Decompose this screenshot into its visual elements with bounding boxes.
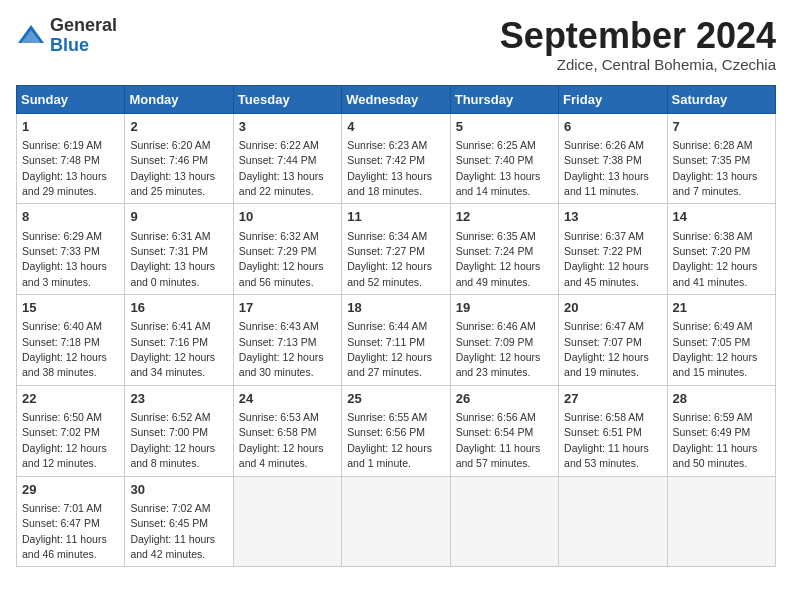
day-detail: Sunrise: 6:40 AM Sunset: 7:18 PM Dayligh… — [22, 320, 107, 378]
day-number: 15 — [22, 299, 119, 317]
day-detail: Sunrise: 6:26 AM Sunset: 7:38 PM Dayligh… — [564, 139, 649, 197]
day-detail: Sunrise: 6:38 AM Sunset: 7:20 PM Dayligh… — [673, 230, 758, 288]
day-detail: Sunrise: 6:43 AM Sunset: 7:13 PM Dayligh… — [239, 320, 324, 378]
day-number: 20 — [564, 299, 661, 317]
day-detail: Sunrise: 6:29 AM Sunset: 7:33 PM Dayligh… — [22, 230, 107, 288]
day-detail: Sunrise: 6:19 AM Sunset: 7:48 PM Dayligh… — [22, 139, 107, 197]
calendar-cell: 15Sunrise: 6:40 AM Sunset: 7:18 PM Dayli… — [17, 295, 125, 386]
calendar-table: SundayMondayTuesdayWednesdayThursdayFrid… — [16, 85, 776, 568]
header: General Blue September 2024 Zdice, Centr… — [16, 16, 776, 73]
calendar-cell — [342, 476, 450, 567]
calendar-cell: 7Sunrise: 6:28 AM Sunset: 7:35 PM Daylig… — [667, 113, 775, 204]
week-row: 22Sunrise: 6:50 AM Sunset: 7:02 PM Dayli… — [17, 385, 776, 476]
calendar-cell: 8Sunrise: 6:29 AM Sunset: 7:33 PM Daylig… — [17, 204, 125, 295]
day-number: 1 — [22, 118, 119, 136]
day-number: 25 — [347, 390, 444, 408]
day-number: 5 — [456, 118, 553, 136]
day-detail: Sunrise: 6:46 AM Sunset: 7:09 PM Dayligh… — [456, 320, 541, 378]
day-header-sunday: Sunday — [17, 85, 125, 113]
calendar-cell: 24Sunrise: 6:53 AM Sunset: 6:58 PM Dayli… — [233, 385, 341, 476]
calendar-cell — [559, 476, 667, 567]
day-number: 17 — [239, 299, 336, 317]
day-header-tuesday: Tuesday — [233, 85, 341, 113]
day-detail: Sunrise: 6:55 AM Sunset: 6:56 PM Dayligh… — [347, 411, 432, 469]
calendar-cell — [233, 476, 341, 567]
day-detail: Sunrise: 6:50 AM Sunset: 7:02 PM Dayligh… — [22, 411, 107, 469]
day-number: 23 — [130, 390, 227, 408]
day-header-monday: Monday — [125, 85, 233, 113]
week-row: 1Sunrise: 6:19 AM Sunset: 7:48 PM Daylig… — [17, 113, 776, 204]
calendar-cell: 21Sunrise: 6:49 AM Sunset: 7:05 PM Dayli… — [667, 295, 775, 386]
day-detail: Sunrise: 6:59 AM Sunset: 6:49 PM Dayligh… — [673, 411, 758, 469]
calendar-cell: 28Sunrise: 6:59 AM Sunset: 6:49 PM Dayli… — [667, 385, 775, 476]
calendar-cell: 3Sunrise: 6:22 AM Sunset: 7:44 PM Daylig… — [233, 113, 341, 204]
day-detail: Sunrise: 6:20 AM Sunset: 7:46 PM Dayligh… — [130, 139, 215, 197]
day-detail: Sunrise: 6:44 AM Sunset: 7:11 PM Dayligh… — [347, 320, 432, 378]
day-detail: Sunrise: 6:22 AM Sunset: 7:44 PM Dayligh… — [239, 139, 324, 197]
logo-line1: General — [50, 16, 117, 36]
logo-icon — [16, 21, 46, 51]
day-detail: Sunrise: 6:49 AM Sunset: 7:05 PM Dayligh… — [673, 320, 758, 378]
logo-text: General Blue — [50, 16, 117, 56]
calendar-header: SundayMondayTuesdayWednesdayThursdayFrid… — [17, 85, 776, 113]
day-detail: Sunrise: 6:23 AM Sunset: 7:42 PM Dayligh… — [347, 139, 432, 197]
calendar-body: 1Sunrise: 6:19 AM Sunset: 7:48 PM Daylig… — [17, 113, 776, 567]
day-number: 10 — [239, 208, 336, 226]
day-header-saturday: Saturday — [667, 85, 775, 113]
day-number: 28 — [673, 390, 770, 408]
logo: General Blue — [16, 16, 117, 56]
day-number: 8 — [22, 208, 119, 226]
day-header-wednesday: Wednesday — [342, 85, 450, 113]
calendar-cell: 6Sunrise: 6:26 AM Sunset: 7:38 PM Daylig… — [559, 113, 667, 204]
calendar-cell: 1Sunrise: 6:19 AM Sunset: 7:48 PM Daylig… — [17, 113, 125, 204]
day-number: 30 — [130, 481, 227, 499]
day-detail: Sunrise: 6:37 AM Sunset: 7:22 PM Dayligh… — [564, 230, 649, 288]
day-number: 7 — [673, 118, 770, 136]
calendar-cell: 11Sunrise: 6:34 AM Sunset: 7:27 PM Dayli… — [342, 204, 450, 295]
header-row: SundayMondayTuesdayWednesdayThursdayFrid… — [17, 85, 776, 113]
calendar-cell: 17Sunrise: 6:43 AM Sunset: 7:13 PM Dayli… — [233, 295, 341, 386]
day-number: 14 — [673, 208, 770, 226]
day-detail: Sunrise: 6:58 AM Sunset: 6:51 PM Dayligh… — [564, 411, 649, 469]
day-detail: Sunrise: 6:25 AM Sunset: 7:40 PM Dayligh… — [456, 139, 541, 197]
week-row: 29Sunrise: 7:01 AM Sunset: 6:47 PM Dayli… — [17, 476, 776, 567]
day-number: 21 — [673, 299, 770, 317]
day-detail: Sunrise: 6:35 AM Sunset: 7:24 PM Dayligh… — [456, 230, 541, 288]
day-detail: Sunrise: 6:47 AM Sunset: 7:07 PM Dayligh… — [564, 320, 649, 378]
day-number: 4 — [347, 118, 444, 136]
day-header-friday: Friday — [559, 85, 667, 113]
day-detail: Sunrise: 6:32 AM Sunset: 7:29 PM Dayligh… — [239, 230, 324, 288]
calendar-cell: 25Sunrise: 6:55 AM Sunset: 6:56 PM Dayli… — [342, 385, 450, 476]
week-row: 15Sunrise: 6:40 AM Sunset: 7:18 PM Dayli… — [17, 295, 776, 386]
day-number: 6 — [564, 118, 661, 136]
calendar-cell: 16Sunrise: 6:41 AM Sunset: 7:16 PM Dayli… — [125, 295, 233, 386]
calendar-cell: 20Sunrise: 6:47 AM Sunset: 7:07 PM Dayli… — [559, 295, 667, 386]
day-detail: Sunrise: 6:28 AM Sunset: 7:35 PM Dayligh… — [673, 139, 758, 197]
calendar-cell: 22Sunrise: 6:50 AM Sunset: 7:02 PM Dayli… — [17, 385, 125, 476]
day-number: 24 — [239, 390, 336, 408]
day-number: 3 — [239, 118, 336, 136]
calendar-cell: 26Sunrise: 6:56 AM Sunset: 6:54 PM Dayli… — [450, 385, 558, 476]
calendar-title: September 2024 — [500, 16, 776, 56]
calendar-cell: 5Sunrise: 6:25 AM Sunset: 7:40 PM Daylig… — [450, 113, 558, 204]
calendar-cell: 23Sunrise: 6:52 AM Sunset: 7:00 PM Dayli… — [125, 385, 233, 476]
calendar-cell: 9Sunrise: 6:31 AM Sunset: 7:31 PM Daylig… — [125, 204, 233, 295]
calendar-cell: 19Sunrise: 6:46 AM Sunset: 7:09 PM Dayli… — [450, 295, 558, 386]
day-detail: Sunrise: 7:02 AM Sunset: 6:45 PM Dayligh… — [130, 502, 215, 560]
calendar-cell: 2Sunrise: 6:20 AM Sunset: 7:46 PM Daylig… — [125, 113, 233, 204]
calendar-cell: 14Sunrise: 6:38 AM Sunset: 7:20 PM Dayli… — [667, 204, 775, 295]
day-detail: Sunrise: 6:34 AM Sunset: 7:27 PM Dayligh… — [347, 230, 432, 288]
day-number: 22 — [22, 390, 119, 408]
day-detail: Sunrise: 7:01 AM Sunset: 6:47 PM Dayligh… — [22, 502, 107, 560]
week-row: 8Sunrise: 6:29 AM Sunset: 7:33 PM Daylig… — [17, 204, 776, 295]
calendar-subtitle: Zdice, Central Bohemia, Czechia — [500, 56, 776, 73]
calendar-cell — [667, 476, 775, 567]
day-detail: Sunrise: 6:53 AM Sunset: 6:58 PM Dayligh… — [239, 411, 324, 469]
calendar-cell: 29Sunrise: 7:01 AM Sunset: 6:47 PM Dayli… — [17, 476, 125, 567]
day-number: 13 — [564, 208, 661, 226]
day-number: 11 — [347, 208, 444, 226]
title-area: September 2024 Zdice, Central Bohemia, C… — [500, 16, 776, 73]
day-number: 18 — [347, 299, 444, 317]
day-header-thursday: Thursday — [450, 85, 558, 113]
day-number: 29 — [22, 481, 119, 499]
